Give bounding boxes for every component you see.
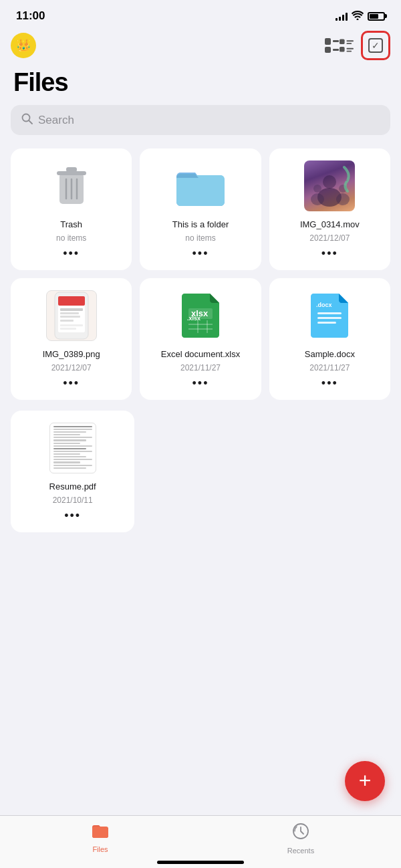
excel-icon-area: .xlsx xlsx [174,289,227,342]
svg-point-18 [336,193,350,205]
file-card-folder[interactable]: This is a folder no items ••• [140,148,261,270]
add-button[interactable]: + [345,761,385,801]
tab-recents-label: Recents [287,847,314,855]
docx-icon: .docx [308,291,351,340]
grid-view-icon [325,38,339,53]
add-icon: + [359,770,372,791]
svg-rect-23 [60,308,83,311]
tab-recents-icon [292,823,309,844]
svg-rect-0 [340,39,345,44]
svg-text:.docx: .docx [316,302,332,308]
tab-files[interactable]: Files [0,823,200,855]
img0389-svg [51,291,92,340]
svg-rect-36 [317,312,342,314]
pdf-thumb [49,423,96,473]
file-more-folder[interactable]: ••• [192,247,209,261]
file-more-excel[interactable]: ••• [192,376,209,391]
search-bar[interactable]: Search [11,105,390,135]
svg-rect-25 [60,316,80,318]
battery-icon [368,12,385,21]
svg-rect-5 [347,51,352,52]
file-name-docx: Sample.docx [305,349,355,360]
list-view-icon [339,38,354,53]
file-more-docx[interactable]: ••• [321,376,338,391]
svg-rect-22 [58,296,85,306]
svg-rect-38 [317,322,336,324]
wifi-icon [352,11,364,22]
img0389-icon-area [45,289,98,342]
svg-point-15 [323,175,336,189]
page-title-area: Files [0,66,401,105]
svg-point-16 [311,193,324,205]
tab-recents[interactable]: Recents [200,823,401,855]
svg-rect-4 [347,48,354,49]
img0314-icon-area [303,159,356,213]
files-single-row: Resume.pdf 2021/10/11 ••• [0,411,401,532]
folder-icon [174,163,227,209]
files-grid: Trash no items ••• This is a folder no i… [0,148,401,400]
svg-point-17 [313,185,321,193]
status-time: 11:00 [16,9,45,23]
file-more-resume[interactable]: ••• [64,509,81,523]
page-title: Files [13,68,388,97]
file-date-docx: 2021/11/27 [309,363,350,372]
file-card-resume[interactable]: Resume.pdf 2021/10/11 ••• [11,411,134,532]
photo-overlay [304,160,355,211]
file-card-excel[interactable]: .xlsx xlsx Excel document.xlsx 2021/11/2… [140,278,261,400]
file-more-img0314[interactable]: ••• [321,247,338,261]
file-subtitle-trash: no items [56,233,86,243]
file-name-folder: This is a folder [172,219,229,231]
header-actions: ✓ [325,31,390,60]
img0389-thumb [46,290,97,341]
avatar-emoji: 👑 [16,38,31,53]
file-date-img0314: 2021/12/07 [309,233,350,243]
svg-rect-10 [66,167,77,172]
file-date-resume: 2021/10/11 [53,496,93,505]
tab-files-icon [91,823,110,843]
svg-rect-27 [60,324,83,326]
home-indicator [157,861,244,864]
search-icon [21,113,33,127]
file-subtitle-folder: no items [185,233,215,243]
svg-line-7 [29,120,32,124]
file-card-img0389[interactable]: IMG_0389.png 2021/12/07 ••• [11,278,132,400]
header: 👑 ✓ [0,28,401,66]
file-date-img0389: 2021/12/07 [51,363,92,372]
svg-rect-3 [340,47,345,52]
resume-icon-area [46,421,100,475]
trash-icon-area [45,159,98,213]
file-name-trash: Trash [60,219,82,231]
grid-view-button[interactable] [325,31,354,60]
file-name-img0389: IMG_0389.png [43,349,100,360]
status-bar: 11:00 [0,0,401,28]
docx-icon-area: .docx [303,289,356,342]
select-items-button[interactable]: ✓ [361,31,390,60]
svg-rect-2 [347,43,352,44]
xlsx-icon: .xlsx xlsx [179,291,222,340]
file-name-resume: Resume.pdf [49,481,96,493]
svg-rect-37 [317,317,342,319]
checklist-icon: ✓ [368,38,383,53]
file-card-trash[interactable]: Trash no items ••• [11,148,132,270]
svg-text:xlsx: xlsx [191,308,209,318]
trash-icon [51,162,92,209]
search-placeholder: Search [38,114,74,127]
avatar[interactable]: 👑 [11,33,36,58]
svg-rect-26 [60,320,74,322]
file-card-docx[interactable]: .docx Sample.docx 2021/11/27 ••• [269,278,390,400]
file-name-excel: Excel document.xlsx [161,349,241,360]
file-card-img0314[interactable]: IMG_0314.mov 2021/12/07 ••• [269,148,390,270]
svg-rect-1 [347,40,354,41]
xlsx-icon-wrapper: .xlsx xlsx [179,291,222,340]
folder-icon-area [174,159,227,213]
file-date-excel: 2021/11/27 [180,363,221,372]
tab-files-label: Files [92,845,108,853]
img0314-thumb [304,160,355,211]
file-more-img0389[interactable]: ••• [63,376,80,391]
status-icons [336,11,385,22]
signal-bars-icon [336,11,348,21]
svg-rect-24 [60,312,79,314]
svg-rect-28 [60,328,76,330]
file-name-img0314: IMG_0314.mov [300,219,360,231]
file-more-trash[interactable]: ••• [63,247,80,261]
